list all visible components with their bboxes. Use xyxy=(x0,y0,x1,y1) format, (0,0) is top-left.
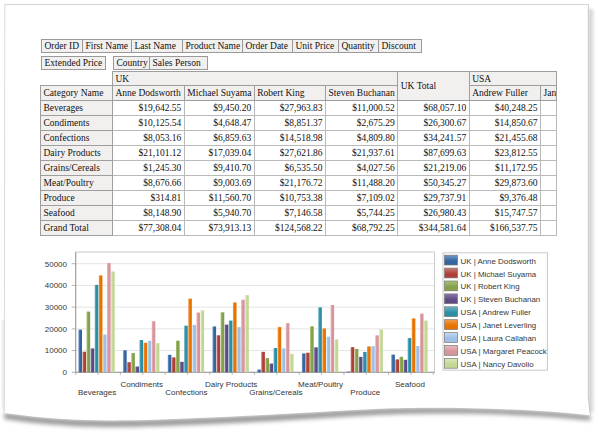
svg-text:Meat/Poultry: Meat/Poultry xyxy=(298,380,343,389)
svg-text:Condiments: Condiments xyxy=(120,380,163,389)
svg-text:USA | Margaret Peacock: USA | Margaret Peacock xyxy=(461,347,547,356)
svg-text:USA | Laura Callahan: USA | Laura Callahan xyxy=(461,334,537,343)
svg-text:Confections: Confections xyxy=(165,388,207,397)
svg-text:0: 0 xyxy=(63,368,68,377)
svg-text:Produce: Produce xyxy=(350,388,380,397)
svg-text:Seafood: Seafood xyxy=(395,380,425,389)
svg-text:50000: 50000 xyxy=(45,260,68,269)
svg-text:30000: 30000 xyxy=(45,303,68,312)
svg-text:USA | Nancy Davolio: USA | Nancy Davolio xyxy=(461,360,535,369)
svg-text:40000: 40000 xyxy=(45,281,68,290)
svg-text:UK | Anne Dodsworth: UK | Anne Dodsworth xyxy=(461,257,536,266)
svg-text:20000: 20000 xyxy=(45,325,68,334)
svg-text:UK | Michael Suyama: UK | Michael Suyama xyxy=(461,270,537,279)
svg-text:UK | Steven Buchanan: UK | Steven Buchanan xyxy=(461,295,541,304)
svg-text:UK | Robert King: UK | Robert King xyxy=(461,282,520,291)
svg-text:USA | Janet Leverling: USA | Janet Leverling xyxy=(461,321,537,330)
svg-text:10000: 10000 xyxy=(45,346,68,355)
svg-text:Beverages: Beverages xyxy=(78,388,116,397)
svg-text:USA | Andrew Fuller: USA | Andrew Fuller xyxy=(461,308,532,317)
svg-text:Grains/Cereals: Grains/Cereals xyxy=(249,388,302,397)
